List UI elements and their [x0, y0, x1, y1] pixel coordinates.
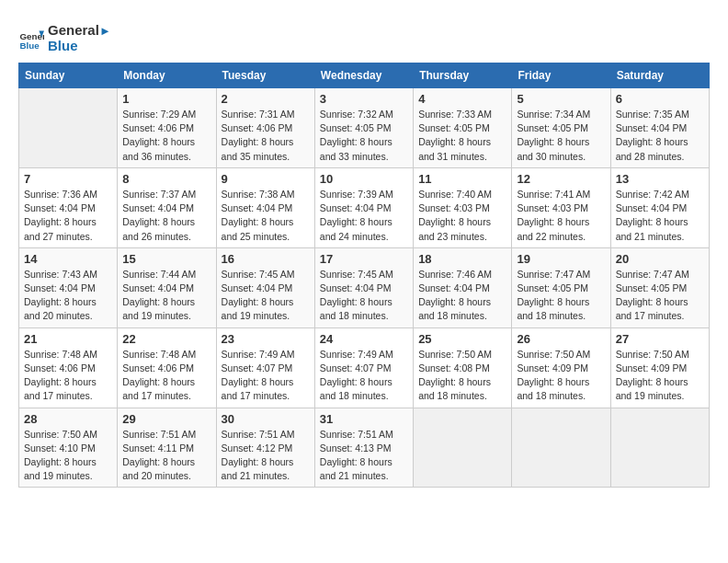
day-info: Sunrise: 7:42 AM Sunset: 4:04 PM Dayligh… — [616, 188, 704, 244]
day-number: 5 — [517, 92, 605, 106]
calendar-day-cell: 12Sunrise: 7:41 AM Sunset: 4:03 PM Dayli… — [512, 167, 610, 247]
day-number: 11 — [418, 172, 506, 186]
day-info: Sunrise: 7:50 AM Sunset: 4:10 PM Dayligh… — [24, 428, 112, 484]
weekday-header-cell: Thursday — [414, 63, 512, 88]
day-number: 15 — [122, 252, 210, 266]
weekday-header-row: SundayMondayTuesdayWednesdayThursdayFrid… — [19, 63, 710, 88]
day-info: Sunrise: 7:47 AM Sunset: 4:05 PM Dayligh… — [517, 268, 605, 324]
day-number: 10 — [320, 172, 408, 186]
weekday-header-cell: Wednesday — [314, 63, 413, 88]
day-number: 27 — [616, 332, 704, 346]
day-number: 22 — [122, 332, 210, 346]
day-number: 2 — [222, 92, 310, 106]
calendar-day-cell: 3Sunrise: 7:32 AM Sunset: 4:05 PM Daylig… — [314, 88, 413, 168]
day-number: 19 — [517, 252, 605, 266]
day-number: 16 — [222, 252, 310, 266]
calendar-day-cell: 24Sunrise: 7:49 AM Sunset: 4:07 PM Dayli… — [314, 327, 413, 408]
day-info: Sunrise: 7:38 AM Sunset: 4:04 PM Dayligh… — [222, 188, 310, 244]
day-info: Sunrise: 7:33 AM Sunset: 4:05 PM Dayligh… — [418, 108, 506, 164]
weekday-header-cell: Saturday — [610, 63, 709, 88]
calendar-day-cell: 19Sunrise: 7:47 AM Sunset: 4:05 PM Dayli… — [512, 247, 610, 327]
day-info: Sunrise: 7:39 AM Sunset: 4:04 PM Dayligh… — [320, 188, 408, 244]
weekday-header-cell: Sunday — [19, 63, 118, 88]
calendar-day-cell: 7Sunrise: 7:36 AM Sunset: 4:04 PM Daylig… — [19, 167, 118, 247]
day-info: Sunrise: 7:51 AM Sunset: 4:11 PM Dayligh… — [122, 428, 210, 484]
calendar-day-cell: 20Sunrise: 7:47 AM Sunset: 4:05 PM Dayli… — [610, 247, 709, 327]
day-number: 14 — [24, 252, 112, 266]
calendar-day-cell: 13Sunrise: 7:42 AM Sunset: 4:04 PM Dayli… — [610, 167, 709, 247]
calendar-week-row: 21Sunrise: 7:48 AM Sunset: 4:06 PM Dayli… — [19, 327, 710, 408]
calendar-day-cell: 25Sunrise: 7:50 AM Sunset: 4:08 PM Dayli… — [414, 327, 512, 408]
calendar-day-cell: 9Sunrise: 7:38 AM Sunset: 4:04 PM Daylig… — [216, 167, 314, 247]
logo-text: General► — [48, 23, 111, 39]
calendar-day-cell: 6Sunrise: 7:35 AM Sunset: 4:04 PM Daylig… — [610, 88, 709, 168]
calendar-week-row: 28Sunrise: 7:50 AM Sunset: 4:10 PM Dayli… — [19, 408, 710, 488]
day-number: 28 — [24, 412, 112, 426]
day-info: Sunrise: 7:44 AM Sunset: 4:04 PM Dayligh… — [122, 268, 210, 324]
day-number: 13 — [616, 172, 704, 186]
calendar-week-row: 1Sunrise: 7:29 AM Sunset: 4:06 PM Daylig… — [19, 88, 710, 168]
calendar-day-cell: 16Sunrise: 7:45 AM Sunset: 4:04 PM Dayli… — [216, 247, 314, 327]
weekday-header-cell: Tuesday — [216, 63, 314, 88]
logo-blue: Blue — [48, 39, 111, 54]
day-number: 29 — [122, 412, 210, 426]
day-info: Sunrise: 7:48 AM Sunset: 4:06 PM Dayligh… — [122, 348, 210, 404]
day-info: Sunrise: 7:47 AM Sunset: 4:05 PM Dayligh… — [616, 268, 704, 324]
calendar-day-cell: 21Sunrise: 7:48 AM Sunset: 4:06 PM Dayli… — [19, 327, 118, 408]
day-info: Sunrise: 7:32 AM Sunset: 4:05 PM Dayligh… — [320, 108, 408, 164]
day-number: 25 — [418, 332, 506, 346]
day-info: Sunrise: 7:37 AM Sunset: 4:04 PM Dayligh… — [122, 188, 210, 244]
day-info: Sunrise: 7:48 AM Sunset: 4:06 PM Dayligh… — [24, 348, 112, 404]
day-info: Sunrise: 7:46 AM Sunset: 4:04 PM Dayligh… — [418, 268, 506, 324]
calendar-day-cell — [19, 88, 118, 168]
day-info: Sunrise: 7:43 AM Sunset: 4:04 PM Dayligh… — [24, 268, 112, 324]
day-info: Sunrise: 7:45 AM Sunset: 4:04 PM Dayligh… — [222, 268, 310, 324]
calendar-day-cell: 8Sunrise: 7:37 AM Sunset: 4:04 PM Daylig… — [118, 167, 216, 247]
day-number: 24 — [320, 332, 408, 346]
day-number: 6 — [616, 92, 704, 106]
calendar-day-cell: 18Sunrise: 7:46 AM Sunset: 4:04 PM Dayli… — [414, 247, 512, 327]
day-number: 21 — [24, 332, 112, 346]
day-info: Sunrise: 7:50 AM Sunset: 4:09 PM Dayligh… — [517, 348, 605, 404]
calendar-day-cell: 22Sunrise: 7:48 AM Sunset: 4:06 PM Dayli… — [118, 327, 216, 408]
calendar-day-cell: 30Sunrise: 7:51 AM Sunset: 4:12 PM Dayli… — [216, 408, 314, 488]
calendar-day-cell: 27Sunrise: 7:50 AM Sunset: 4:09 PM Dayli… — [610, 327, 709, 408]
calendar-body: 1Sunrise: 7:29 AM Sunset: 4:06 PM Daylig… — [19, 88, 710, 488]
calendar-day-cell: 29Sunrise: 7:51 AM Sunset: 4:11 PM Dayli… — [118, 408, 216, 488]
day-number: 20 — [616, 252, 704, 266]
day-info: Sunrise: 7:31 AM Sunset: 4:06 PM Dayligh… — [222, 108, 310, 164]
logo-icon: General Blue — [18, 26, 44, 52]
day-number: 17 — [320, 252, 408, 266]
day-info: Sunrise: 7:45 AM Sunset: 4:04 PM Dayligh… — [320, 268, 408, 324]
day-info: Sunrise: 7:49 AM Sunset: 4:07 PM Dayligh… — [320, 348, 408, 404]
calendar-day-cell: 28Sunrise: 7:50 AM Sunset: 4:10 PM Dayli… — [19, 408, 118, 488]
calendar-day-cell: 10Sunrise: 7:39 AM Sunset: 4:04 PM Dayli… — [314, 167, 413, 247]
day-info: Sunrise: 7:41 AM Sunset: 4:03 PM Dayligh… — [517, 188, 605, 244]
day-number: 31 — [320, 412, 408, 426]
calendar-day-cell — [512, 408, 610, 488]
day-info: Sunrise: 7:49 AM Sunset: 4:07 PM Dayligh… — [222, 348, 310, 404]
day-info: Sunrise: 7:50 AM Sunset: 4:08 PM Dayligh… — [418, 348, 506, 404]
day-number: 23 — [222, 332, 310, 346]
weekday-header-cell: Monday — [118, 63, 216, 88]
calendar-day-cell: 23Sunrise: 7:49 AM Sunset: 4:07 PM Dayli… — [216, 327, 314, 408]
day-info: Sunrise: 7:29 AM Sunset: 4:06 PM Dayligh… — [122, 108, 210, 164]
calendar-day-cell: 5Sunrise: 7:34 AM Sunset: 4:05 PM Daylig… — [512, 88, 610, 168]
calendar-day-cell: 14Sunrise: 7:43 AM Sunset: 4:04 PM Dayli… — [19, 247, 118, 327]
calendar-day-cell — [610, 408, 709, 488]
day-info: Sunrise: 7:35 AM Sunset: 4:04 PM Dayligh… — [616, 108, 704, 164]
day-number: 1 — [122, 92, 210, 106]
day-number: 9 — [222, 172, 310, 186]
calendar-table: SundayMondayTuesdayWednesdayThursdayFrid… — [18, 63, 710, 488]
calendar-day-cell: 31Sunrise: 7:51 AM Sunset: 4:13 PM Dayli… — [314, 408, 413, 488]
day-info: Sunrise: 7:34 AM Sunset: 4:05 PM Dayligh… — [517, 108, 605, 164]
weekday-header-cell: Friday — [512, 63, 610, 88]
logo: General Blue General► Blue — [18, 23, 111, 53]
day-number: 26 — [517, 332, 605, 346]
day-number: 8 — [122, 172, 210, 186]
header: General Blue General► Blue — [18, 18, 710, 53]
day-number: 4 — [418, 92, 506, 106]
day-number: 7 — [24, 172, 112, 186]
day-number: 30 — [222, 412, 310, 426]
day-info: Sunrise: 7:50 AM Sunset: 4:09 PM Dayligh… — [616, 348, 704, 404]
